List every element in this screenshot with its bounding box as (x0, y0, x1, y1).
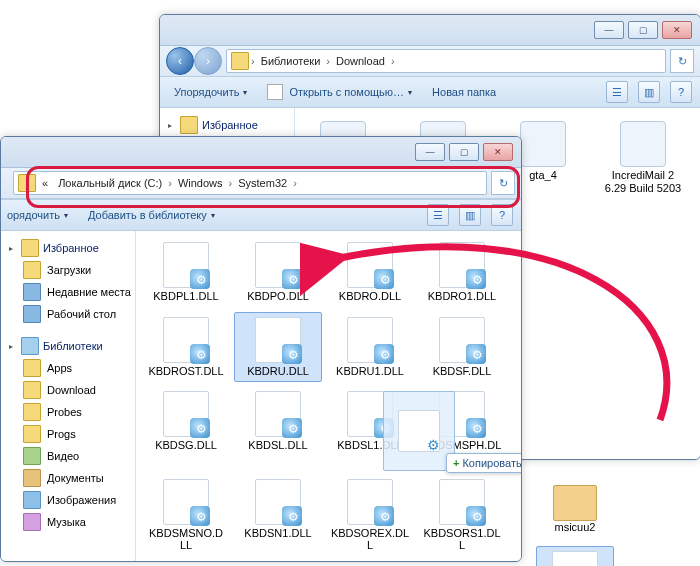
breadcrumb[interactable]: › Библиотеки › Download › (226, 49, 666, 73)
plus-icon: + (453, 457, 459, 469)
music-icon (23, 513, 41, 531)
toolbar: орядочить▾ Добавить в библиотеку▾ ☰ ▥ ? (1, 199, 521, 231)
titlebar: — ▢ ✕ (160, 15, 700, 46)
file-item[interactable]: KBDSMSNO.DLL (142, 474, 230, 557)
refresh-button[interactable]: ↻ (670, 49, 694, 73)
minimize-button[interactable]: — (415, 143, 445, 161)
file-item[interactable]: KBDSORS1.DLL (418, 474, 506, 557)
maximize-button[interactable]: ▢ (628, 21, 658, 39)
sidebar-item-apps[interactable]: Apps (1, 357, 135, 379)
file-label: IncrediMail 2 6.29 Build 5203 (604, 169, 682, 194)
file-icon (267, 84, 283, 100)
sidebar-label: Избранное (202, 119, 258, 131)
folder-icon (23, 381, 41, 399)
nav-back-button[interactable]: ‹ (166, 47, 194, 75)
app-icon (620, 121, 666, 167)
file-item[interactable]: KBDROST.DLL (142, 312, 230, 383)
folder-icon (18, 174, 36, 192)
breadcrumb-part[interactable]: System32 (234, 177, 291, 189)
star-icon (21, 239, 39, 257)
drag-tooltip-label: Копировать в "System32" (462, 457, 521, 469)
sidebar-item-recent[interactable]: Недавние места (1, 281, 135, 303)
sidebar-label: Музыка (47, 516, 86, 528)
file-label: KBDSMSNO.DLL (146, 527, 226, 552)
breadcrumb-part[interactable]: Download (332, 55, 389, 67)
sidebar-label: Probes (47, 406, 82, 418)
sidebar-label: Видео (47, 450, 79, 462)
minimize-button[interactable]: — (594, 21, 624, 39)
file-label: KBDPL1.DLL (153, 290, 218, 303)
breadcrumb-overflow[interactable]: « (38, 177, 52, 189)
open-with-label: Открыть с помощью… (289, 86, 404, 98)
chevron-down-icon: ▾ (211, 211, 215, 220)
organize-button[interactable]: орядочить▾ (1, 207, 74, 223)
dll-icon (439, 242, 485, 288)
breadcrumb-part[interactable]: Библиотеки (257, 55, 325, 67)
sidebar-item-downloads[interactable]: Загрузки (1, 259, 135, 281)
file-item[interactable]: KBDRU1.DLL (326, 312, 414, 383)
help-button[interactable]: ? (670, 81, 692, 103)
file-label: gta_4 (529, 169, 557, 182)
view-button[interactable]: ☰ (427, 204, 449, 226)
sidebar-label: Недавние места (47, 286, 131, 298)
file-label: KBDSOREX.DLL (330, 527, 410, 552)
maximize-button[interactable]: ▢ (449, 143, 479, 161)
breadcrumb-part[interactable]: Локальный диск (C:) (54, 177, 166, 189)
sidebar-favorites[interactable]: ▸Избранное (160, 114, 294, 136)
sidebar-label: Избранное (43, 242, 99, 254)
nav-forward-button[interactable]: › (194, 47, 222, 75)
file-label: KBDSL.DLL (248, 439, 307, 452)
dll-icon (398, 410, 440, 452)
sidebar-label: Apps (47, 362, 72, 374)
file-item[interactable]: KBDSN1.DLL (234, 474, 322, 557)
file-item-d3dx9[interactable]: d3dx9_43.dll (536, 546, 614, 566)
tree-collapse-icon: ▸ (9, 342, 17, 351)
breadcrumb[interactable]: « Локальный диск (C:) › Windows › System… (13, 171, 487, 195)
new-folder-button[interactable]: Новая папка (426, 84, 502, 100)
breadcrumb-separator-icon: › (229, 177, 233, 189)
refresh-button[interactable]: ↻ (491, 171, 515, 195)
sidebar-item-music[interactable]: Музыка (1, 511, 135, 533)
close-button[interactable]: ✕ (483, 143, 513, 161)
file-item[interactable]: KBDPO.DLL (234, 237, 322, 308)
file-item[interactable]: KBDSF.DLL (418, 312, 506, 383)
file-item[interactable]: KBDSG.DLL (142, 386, 230, 469)
file-item[interactable]: KBDRO1.DLL (418, 237, 506, 308)
close-button[interactable]: ✕ (662, 21, 692, 39)
sidebar-favorites[interactable]: ▸Избранное (1, 237, 135, 259)
dll-icon (439, 479, 485, 525)
file-item[interactable]: KBDPL1.DLL (142, 237, 230, 308)
sidebar-item-progs[interactable]: Progs (1, 423, 135, 445)
breadcrumb-part[interactable]: Windows (174, 177, 227, 189)
file-item[interactable]: IncrediMail 2 6.29 Build 5203 (601, 116, 685, 212)
preview-pane-button[interactable]: ▥ (638, 81, 660, 103)
folder-icon (23, 425, 41, 443)
file-item[interactable]: KBDRU.DLL (234, 312, 322, 383)
dll-icon (163, 479, 209, 525)
file-item[interactable]: KBDSOREX.DLL (326, 474, 414, 557)
help-button[interactable]: ? (491, 204, 513, 226)
sidebar-item-download[interactable]: Download (1, 379, 135, 401)
add-to-library-button[interactable]: Добавить в библиотеку▾ (82, 207, 221, 223)
file-pane[interactable]: KBDPL1.DLL KBDPO.DLL KBDRO.DLL KBDRO1.DL… (136, 231, 521, 561)
sidebar-item-images[interactable]: Изображения (1, 489, 135, 511)
sidebar-item-probes[interactable]: Probes (1, 401, 135, 423)
file-label: KBDRU1.DLL (336, 365, 404, 378)
file-item[interactable]: KBDRO.DLL (326, 237, 414, 308)
folder-icon (231, 52, 249, 70)
file-label: KBDSG.DLL (155, 439, 217, 452)
file-label: KBDPO.DLL (247, 290, 309, 303)
sidebar-label: Загрузки (47, 264, 91, 276)
file-item[interactable]: KBDSL.DLL (234, 386, 322, 469)
sidebar-item-documents[interactable]: Документы (1, 467, 135, 489)
preview-pane-button[interactable]: ▥ (459, 204, 481, 226)
view-button[interactable]: ☰ (606, 81, 628, 103)
open-with-button[interactable]: Открыть с помощью…▾ (261, 82, 418, 102)
sidebar-item-video[interactable]: Видео (1, 445, 135, 467)
sidebar-item-desktop[interactable]: Рабочий стол (1, 303, 135, 325)
folder-icon (23, 359, 41, 377)
sidebar-libraries[interactable]: ▸Библиотеки (1, 335, 135, 357)
organize-button[interactable]: Упорядочить▾ (168, 84, 253, 100)
file-item[interactable]: msicuu2 (536, 474, 614, 539)
folder-icon (23, 403, 41, 421)
